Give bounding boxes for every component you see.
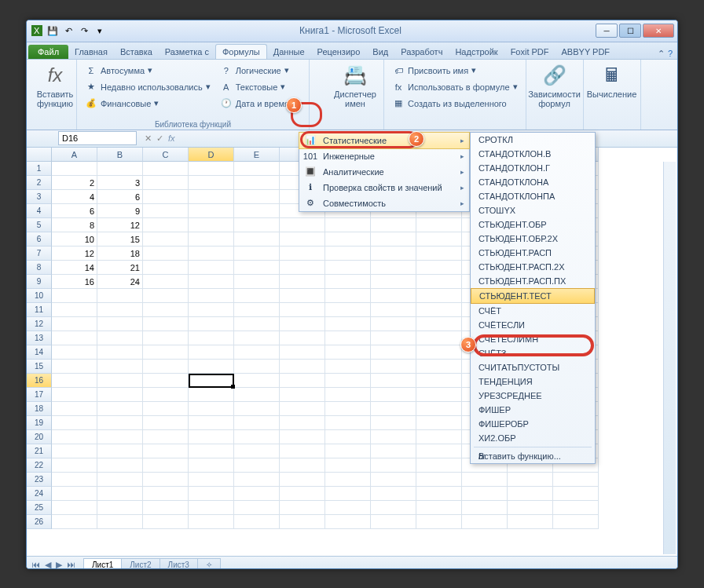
- cell[interactable]: [325, 430, 371, 444]
- cell[interactable]: [416, 458, 462, 473]
- cell[interactable]: [325, 247, 371, 261]
- cell[interactable]: [325, 402, 371, 416]
- cell[interactable]: [280, 261, 325, 275]
- cell[interactable]: [143, 458, 189, 473]
- cell[interactable]: [280, 360, 325, 374]
- cell[interactable]: [416, 360, 462, 374]
- cell[interactable]: [97, 388, 143, 402]
- cell[interactable]: [234, 190, 280, 204]
- cell[interactable]: [234, 458, 280, 473]
- cell[interactable]: [143, 247, 189, 261]
- submenu-item[interactable]: ⚙Совместимость▸: [299, 195, 469, 211]
- function-item[interactable]: СТАНДОТКЛОНА: [471, 175, 595, 189]
- cell[interactable]: [371, 430, 416, 444]
- cell[interactable]: [234, 430, 280, 444]
- undo-icon[interactable]: ↶: [61, 24, 75, 38]
- help-icon[interactable]: ?: [668, 49, 673, 58]
- cell[interactable]: [325, 289, 371, 303]
- cell[interactable]: [97, 416, 143, 430]
- row-header[interactable]: 13: [27, 331, 52, 345]
- cell[interactable]: [52, 487, 97, 501]
- cell[interactable]: [325, 374, 371, 388]
- cell[interactable]: [416, 331, 462, 345]
- insert-function-menu-item[interactable]: fxВставить функцию...: [471, 449, 595, 463]
- cell[interactable]: [280, 218, 325, 232]
- cell[interactable]: [97, 303, 143, 317]
- cell[interactable]: 21: [97, 261, 143, 275]
- cell[interactable]: [189, 444, 234, 458]
- cell[interactable]: [416, 247, 462, 261]
- cell[interactable]: [280, 515, 325, 529]
- cell[interactable]: [280, 247, 325, 261]
- cell[interactable]: [52, 515, 97, 529]
- cell[interactable]: [508, 515, 553, 529]
- qat-dropdown-icon[interactable]: ▾: [93, 24, 107, 38]
- cell[interactable]: 12: [52, 247, 97, 261]
- cell[interactable]: [371, 275, 416, 289]
- cell[interactable]: [371, 388, 416, 402]
- cell[interactable]: [462, 473, 508, 487]
- function-item[interactable]: СТОШYX: [471, 203, 595, 217]
- cell[interactable]: [189, 374, 234, 388]
- row-header[interactable]: 26: [27, 515, 52, 529]
- sheet-nav[interactable]: ⏮◀▶⏭: [30, 560, 77, 569]
- cell[interactable]: [371, 473, 416, 487]
- cell[interactable]: [234, 501, 280, 515]
- text-button[interactable]: AТекстовые ▾: [217, 79, 300, 95]
- cell[interactable]: [97, 162, 143, 176]
- row-header[interactable]: 21: [27, 444, 52, 458]
- name-box[interactable]: D16: [58, 131, 137, 145]
- cell[interactable]: [189, 190, 234, 204]
- cell[interactable]: [416, 430, 462, 444]
- accept-icon[interactable]: ✓: [156, 133, 163, 144]
- row-header[interactable]: 7: [27, 247, 52, 261]
- cell[interactable]: [234, 261, 280, 275]
- cell[interactable]: [416, 289, 462, 303]
- cell[interactable]: [416, 501, 462, 515]
- cell[interactable]: [371, 317, 416, 331]
- cell[interactable]: [52, 388, 97, 402]
- cell[interactable]: [416, 473, 462, 487]
- cell[interactable]: [416, 444, 462, 458]
- cell[interactable]: [143, 162, 189, 176]
- select-all-corner[interactable]: [27, 148, 52, 162]
- cell[interactable]: [189, 360, 234, 374]
- cell[interactable]: [189, 247, 234, 261]
- tab-home[interactable]: Главная: [68, 45, 114, 59]
- cell[interactable]: [553, 473, 599, 487]
- cell[interactable]: [189, 275, 234, 289]
- cell[interactable]: [143, 501, 189, 515]
- function-item[interactable]: СЧЁТЕСЛИ: [471, 318, 595, 332]
- cell[interactable]: 24: [97, 275, 143, 289]
- cell[interactable]: [416, 374, 462, 388]
- vertical-scrollbar[interactable]: [663, 162, 676, 554]
- submenu-item[interactable]: ℹПроверка свойств и значений▸: [299, 180, 469, 195]
- cell[interactable]: [97, 487, 143, 501]
- cell[interactable]: [234, 275, 280, 289]
- row-header[interactable]: 8: [27, 261, 52, 275]
- cell[interactable]: [97, 317, 143, 331]
- cell[interactable]: [325, 388, 371, 402]
- cell[interactable]: [371, 247, 416, 261]
- function-item[interactable]: УРЕЗСРЕДНЕЕ: [471, 389, 595, 403]
- column-header[interactable]: D: [189, 148, 234, 162]
- cell[interactable]: [52, 345, 97, 360]
- cell[interactable]: [371, 360, 416, 374]
- cell[interactable]: [189, 416, 234, 430]
- function-item[interactable]: СТАНДОТКЛОН.Г: [471, 161, 595, 175]
- cell[interactable]: [508, 473, 553, 487]
- cell[interactable]: [416, 218, 462, 232]
- cell[interactable]: [189, 473, 234, 487]
- cell[interactable]: [52, 331, 97, 345]
- cell[interactable]: [234, 416, 280, 430]
- ribbon-minimize-icon[interactable]: ⌃: [658, 49, 665, 59]
- cell[interactable]: [416, 515, 462, 529]
- sheet-tab-1[interactable]: Лист1: [83, 558, 122, 569]
- cell[interactable]: [371, 458, 416, 473]
- function-item[interactable]: СРОТКЛ: [471, 133, 595, 147]
- recent-button[interactable]: ★Недавно использовались ▾: [82, 79, 214, 95]
- cell[interactable]: [234, 176, 280, 190]
- cell[interactable]: [234, 162, 280, 176]
- row-header[interactable]: 6: [27, 232, 52, 247]
- insert-function-button[interactable]: fx Вставить функцию: [31, 61, 79, 110]
